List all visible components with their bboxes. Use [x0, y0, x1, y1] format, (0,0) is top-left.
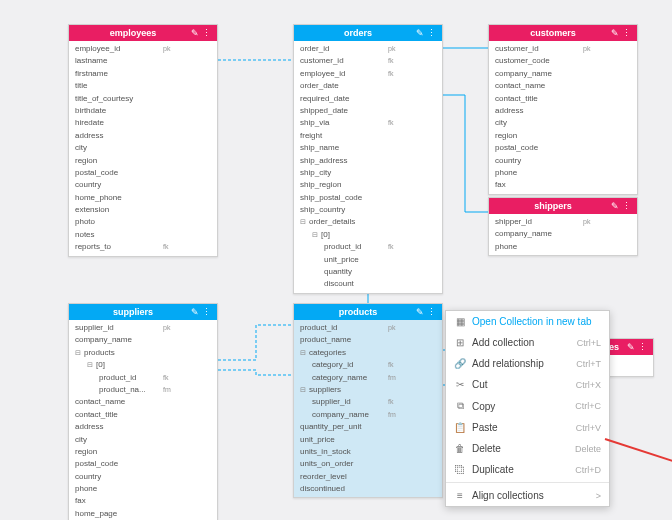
more-icon[interactable]: ⋮: [202, 28, 211, 38]
entity-employees[interactable]: employees ✎ ⋮ employee_id pk lastname fi…: [68, 24, 218, 257]
menu-item-align-collections[interactable]: ≡ Align collections >: [446, 485, 609, 506]
entity-customers[interactable]: customers ✎ ⋮ customer_id pk customer_co…: [488, 24, 638, 195]
field-row[interactable]: ⊟[0]: [69, 359, 217, 371]
field-row[interactable]: unit_price: [294, 254, 442, 266]
menu-item-add-relationship[interactable]: 🔗 Add relationship Ctrl+T: [446, 353, 609, 374]
field-row[interactable]: ⊟[0]: [294, 229, 442, 241]
field-row[interactable]: hiredate: [69, 117, 217, 129]
field-row[interactable]: product_id fk: [69, 372, 217, 384]
field-row[interactable]: region: [69, 446, 217, 458]
field-row[interactable]: product_na... fm: [69, 384, 217, 396]
entity-shippers[interactable]: shippers ✎ ⋮ shipper_id pk company_name …: [488, 197, 638, 256]
field-row[interactable]: ship_name: [294, 142, 442, 154]
entity-suppliers[interactable]: suppliers ✎ ⋮ supplier_id pk company_nam…: [68, 303, 218, 520]
field-row[interactable]: employee_id pk: [69, 43, 217, 55]
more-icon[interactable]: ⋮: [427, 28, 436, 38]
field-row[interactable]: product_id fk: [294, 241, 442, 253]
field-row[interactable]: ship_region: [294, 179, 442, 191]
pencil-icon[interactable]: ✎: [191, 307, 199, 317]
entity-orders[interactable]: orders ✎ ⋮ order_id pk customer_id fk em…: [293, 24, 443, 294]
field-row[interactable]: reorder_level: [294, 471, 442, 483]
field-row[interactable]: required_date: [294, 93, 442, 105]
field-row[interactable]: quantity: [294, 266, 442, 278]
field-row[interactable]: city: [69, 434, 217, 446]
pencil-icon[interactable]: ✎: [191, 28, 199, 38]
entity-header[interactable]: orders ✎ ⋮: [294, 25, 442, 41]
field-row[interactable]: order_id pk: [294, 43, 442, 55]
entity-header[interactable]: employees ✎ ⋮: [69, 25, 217, 41]
field-row[interactable]: customer_id fk: [294, 55, 442, 67]
field-row[interactable]: firstname: [69, 68, 217, 80]
entity-header[interactable]: shippers ✎ ⋮: [489, 198, 637, 214]
field-row[interactable]: ⊟suppliers: [294, 384, 442, 396]
field-row[interactable]: company_name: [489, 68, 637, 80]
more-icon[interactable]: ⋮: [427, 307, 436, 317]
field-row[interactable]: postal_code: [69, 167, 217, 179]
more-icon[interactable]: ⋮: [638, 342, 647, 352]
field-row[interactable]: postal_code: [69, 458, 217, 470]
field-row[interactable]: shipped_date: [294, 105, 442, 117]
pencil-icon[interactable]: ✎: [416, 307, 424, 317]
field-row[interactable]: contact_name: [69, 396, 217, 408]
context-menu[interactable]: ▦ Open Collection in new tab ⊞ Add colle…: [445, 310, 610, 507]
field-row[interactable]: region: [69, 155, 217, 167]
field-row[interactable]: ship_via fk: [294, 117, 442, 129]
menu-item-open-collection-in-new-tab[interactable]: ▦ Open Collection in new tab: [446, 311, 609, 332]
field-row[interactable]: country: [489, 155, 637, 167]
field-row[interactable]: supplier_id fk: [294, 396, 442, 408]
field-row[interactable]: product_id pk: [294, 322, 442, 334]
field-row[interactable]: units_on_order: [294, 458, 442, 470]
field-row[interactable]: phone: [69, 483, 217, 495]
field-row[interactable]: title: [69, 80, 217, 92]
field-row[interactable]: ⊟categories: [294, 347, 442, 359]
pencil-icon[interactable]: ✎: [416, 28, 424, 38]
pencil-icon[interactable]: ✎: [611, 201, 619, 211]
field-row[interactable]: postal_code: [489, 142, 637, 154]
field-row[interactable]: units_in_stock: [294, 446, 442, 458]
field-row[interactable]: supplier_id pk: [69, 322, 217, 334]
field-row[interactable]: unit_price: [294, 434, 442, 446]
field-row[interactable]: category_name fm: [294, 372, 442, 384]
entity-products[interactable]: products ✎ ⋮ product_id pk product_name …: [293, 303, 443, 498]
field-row[interactable]: city: [489, 117, 637, 129]
field-row[interactable]: photo: [69, 216, 217, 228]
field-row[interactable]: home_page: [69, 508, 217, 520]
field-row[interactable]: extension: [69, 204, 217, 216]
field-row[interactable]: notes: [69, 229, 217, 241]
field-row[interactable]: fax: [69, 495, 217, 507]
entity-header[interactable]: products ✎ ⋮: [294, 304, 442, 320]
field-row[interactable]: country: [69, 179, 217, 191]
pencil-icon[interactable]: ✎: [611, 28, 619, 38]
more-icon[interactable]: ⋮: [202, 307, 211, 317]
field-row[interactable]: company_name: [69, 334, 217, 346]
field-row[interactable]: freight: [294, 130, 442, 142]
field-row[interactable]: ship_address: [294, 155, 442, 167]
field-row[interactable]: contact_title: [69, 409, 217, 421]
field-row[interactable]: home_phone: [69, 192, 217, 204]
field-row[interactable]: shipper_id pk: [489, 216, 637, 228]
field-row[interactable]: ship_country: [294, 204, 442, 216]
field-row[interactable]: phone: [489, 241, 637, 253]
menu-item-cut[interactable]: ✂ Cut Ctrl+X: [446, 374, 609, 395]
entity-header[interactable]: customers ✎ ⋮: [489, 25, 637, 41]
field-row[interactable]: ⊟order_details: [294, 216, 442, 228]
entity-header[interactable]: suppliers ✎ ⋮: [69, 304, 217, 320]
menu-item-delete[interactable]: 🗑 Delete Delete: [446, 438, 609, 459]
field-row[interactable]: address: [69, 130, 217, 142]
more-icon[interactable]: ⋮: [622, 28, 631, 38]
menu-item-duplicate[interactable]: ⿻ Duplicate Ctrl+D: [446, 459, 609, 480]
field-row[interactable]: employee_id fk: [294, 68, 442, 80]
more-icon[interactable]: ⋮: [622, 201, 631, 211]
field-row[interactable]: company_name: [489, 228, 637, 240]
field-row[interactable]: contact_name: [489, 80, 637, 92]
field-row[interactable]: fax: [489, 179, 637, 191]
field-row[interactable]: ship_city: [294, 167, 442, 179]
field-row[interactable]: ⊟products: [69, 347, 217, 359]
field-row[interactable]: quantity_per_unit: [294, 421, 442, 433]
field-row[interactable]: phone: [489, 167, 637, 179]
field-row[interactable]: title_of_courtesy: [69, 93, 217, 105]
field-row[interactable]: product_name: [294, 334, 442, 346]
pencil-icon[interactable]: ✎: [627, 342, 635, 352]
field-row[interactable]: discount: [294, 278, 442, 290]
field-row[interactable]: address: [69, 421, 217, 433]
